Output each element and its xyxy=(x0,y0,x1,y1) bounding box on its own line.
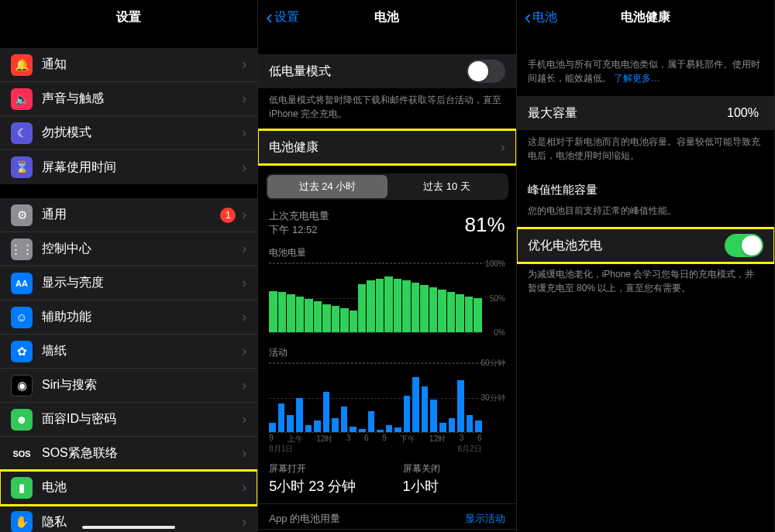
chart-x-axis: 9上午12时369下午12时36 xyxy=(269,434,481,444)
learn-more-link[interactable]: 了解更多… xyxy=(614,73,660,84)
app-usage-title: App 的电池用量 xyxy=(269,512,340,526)
seg-10d[interactable]: 过去 10 天 xyxy=(388,175,507,198)
settings-row-显示与亮度[interactable]: AA显示与亮度› xyxy=(0,266,257,300)
row-label: 通知 xyxy=(42,57,242,73)
row-label: SOS紧急联络 xyxy=(42,445,242,462)
row-label: Siri与搜索 xyxy=(42,377,242,393)
settings-row-辅助功能[interactable]: ☺辅助功能› xyxy=(0,300,257,335)
settings-row-Siri与搜索[interactable]: ◉Siri与搜索› xyxy=(0,369,257,403)
settings-row-面容ID与密码[interactable]: ☻面容ID与密码› xyxy=(0,403,257,437)
settings-row-墙纸[interactable]: ✿墙纸› xyxy=(0,335,257,369)
chevron-right-icon: › xyxy=(242,125,246,141)
chevron-right-icon: › xyxy=(242,377,246,393)
chevron-right-icon: › xyxy=(242,445,246,462)
optimized-charging-label: 优化电池充电 xyxy=(528,238,725,254)
screen-on-value: 5小时 23 分钟 xyxy=(269,477,371,496)
chevron-right-icon: › xyxy=(242,160,246,176)
gear-icon: ⚙ xyxy=(11,204,33,226)
level-chart-label: 电池电量 xyxy=(258,239,515,263)
optimized-charging-toggle[interactable] xyxy=(725,234,763,257)
activity-chart: 60分钟 30分钟 xyxy=(269,362,505,432)
chevron-right-icon: › xyxy=(501,139,505,156)
moon-icon: ☾ xyxy=(11,122,33,144)
settings-group-2: ⚙通用1›⋮⋮控制中心›AA显示与亮度›☺辅助功能›✿墙纸›◉Siri与搜索›☻… xyxy=(0,198,257,532)
chevron-right-icon: › xyxy=(242,514,246,530)
seg-24h[interactable]: 过去 24 小时 xyxy=(267,175,387,198)
row-label: 声音与触感 xyxy=(42,91,242,107)
siri-icon: ◉ xyxy=(11,375,33,396)
back-button[interactable]: 设置 xyxy=(266,9,299,26)
settings-group-1: 🔔通知›🔈声音与触感›☾勿扰模式›⌛屏幕使用时间› xyxy=(0,48,257,184)
low-power-row[interactable]: 低电量模式 xyxy=(258,54,515,88)
battery-health-screen: 电池 电池健康 手机电池与所有可充电电池类似，属于易耗部件。使用时间越长，能效越… xyxy=(517,0,775,532)
peak-perf-desc: 您的电池目前支持正常的峰值性能。 xyxy=(517,202,774,218)
row-label: 辅助功能 xyxy=(42,309,242,325)
settings-row-声音与触感[interactable]: 🔈声音与触感› xyxy=(0,82,257,116)
settings-row-电池[interactable]: ▮电池› xyxy=(0,471,257,505)
battery-health-label: 电池健康 xyxy=(269,139,500,156)
chevron-right-icon: › xyxy=(242,57,246,73)
row-label: 显示与亮度 xyxy=(42,275,242,291)
nav-bar: 设置 电池 xyxy=(258,0,515,34)
battery-health-row[interactable]: 电池健康 › xyxy=(258,130,515,164)
chevron-right-icon: › xyxy=(242,91,246,107)
nav-bar: 电池 电池健康 xyxy=(517,0,774,34)
last-charge-time: 下午 12:52 xyxy=(269,223,329,237)
bell-icon: 🔔 xyxy=(11,54,33,76)
page-title: 电池 xyxy=(374,9,399,26)
settings-row-控制中心[interactable]: ⋮⋮控制中心› xyxy=(0,232,257,266)
flower-icon: ✿ xyxy=(11,341,33,362)
low-power-desc: 低电量模式将暂时降低下载和邮件获取等后台活动，直至 iPhone 完全充电。 xyxy=(258,88,515,121)
row-label: 勿扰模式 xyxy=(42,125,242,141)
row-label: 通用 xyxy=(42,207,220,223)
max-capacity-desc: 这是相对于新电池而言的电池容量。容量较低可能导致充电后，电池使用时间缩短。 xyxy=(517,130,774,163)
app-usage-header: App 的电池用量 显示活动 xyxy=(258,504,515,529)
max-capacity-row[interactable]: 最大容量 100% xyxy=(517,96,774,130)
page-title: 电池健康 xyxy=(621,9,670,26)
show-activity-link[interactable]: 显示活动 xyxy=(465,512,505,526)
last-charge-pct: 81% xyxy=(465,213,505,237)
max-capacity-label: 最大容量 xyxy=(528,105,727,122)
peak-perf-label: 峰值性能容量 xyxy=(517,163,774,202)
row-label: 控制中心 xyxy=(42,241,242,257)
optimized-charging-row[interactable]: 优化电池充电 xyxy=(517,228,774,263)
time-range-segmented[interactable]: 过去 24 小时 过去 10 天 xyxy=(266,173,508,200)
screen-on-label: 屏幕打开 xyxy=(269,462,371,475)
settings-row-通用[interactable]: ⚙通用1› xyxy=(0,198,257,232)
low-power-toggle[interactable] xyxy=(467,60,505,83)
max-capacity-value: 100% xyxy=(727,106,759,120)
chevron-right-icon: › xyxy=(242,309,246,325)
low-power-label: 低电量模式 xyxy=(269,63,466,80)
row-label: 面容ID与密码 xyxy=(42,411,242,427)
hand-icon: ✋ xyxy=(11,511,33,532)
settings-row-屏幕使用时间[interactable]: ⌛屏幕使用时间› xyxy=(0,150,257,184)
badge: 1 xyxy=(220,208,236,223)
row-label: 墙纸 xyxy=(42,343,242,359)
hourglass-icon: ⌛ xyxy=(11,156,33,178)
back-button[interactable]: 电池 xyxy=(525,9,558,26)
nav-bar: 设置 xyxy=(0,0,257,34)
chevron-right-icon: › xyxy=(242,343,246,359)
activity-chart-label: 活动 xyxy=(258,332,515,362)
health-intro: 手机电池与所有可充电电池类似，属于易耗部件。使用时间越长，能效越低。 了解更多… xyxy=(517,34,774,85)
face-icon: ☻ xyxy=(11,409,33,431)
row-label: 屏幕使用时间 xyxy=(42,160,242,176)
home-indicator[interactable] xyxy=(82,526,175,529)
settings-row-通知[interactable]: 🔔通知› xyxy=(0,48,257,82)
chevron-right-icon: › xyxy=(242,479,246,496)
screen-stats: 屏幕打开 5小时 23 分钟 屏幕关闭 1小时 xyxy=(258,455,515,504)
chevron-right-icon: › xyxy=(242,241,246,257)
screen-off-label: 屏幕关闭 xyxy=(403,462,505,475)
app-row[interactable]: 🧭Safari 浏览器23% xyxy=(258,529,515,532)
settings-row-SOS紧急联络[interactable]: SOSSOS紧急联络› xyxy=(0,437,257,471)
AA-icon: AA xyxy=(11,273,33,294)
battery-level-chart: 100% 50% 0% xyxy=(269,263,505,332)
row-label: 电池 xyxy=(42,479,242,496)
person-icon: ☺ xyxy=(11,307,33,328)
chevron-right-icon: › xyxy=(242,207,246,223)
screen-off-value: 1小时 xyxy=(403,477,505,496)
settings-row-勿扰模式[interactable]: ☾勿扰模式› xyxy=(0,116,257,150)
app-usage-list: 🧭Safari 浏览器23% xyxy=(258,529,515,532)
optimized-charging-desc: 为减缓电池老化，iPhone 会学习您每日的充电模式，并暂缓充电至 80% 以上… xyxy=(517,263,774,295)
speaker-icon: 🔈 xyxy=(11,88,33,110)
